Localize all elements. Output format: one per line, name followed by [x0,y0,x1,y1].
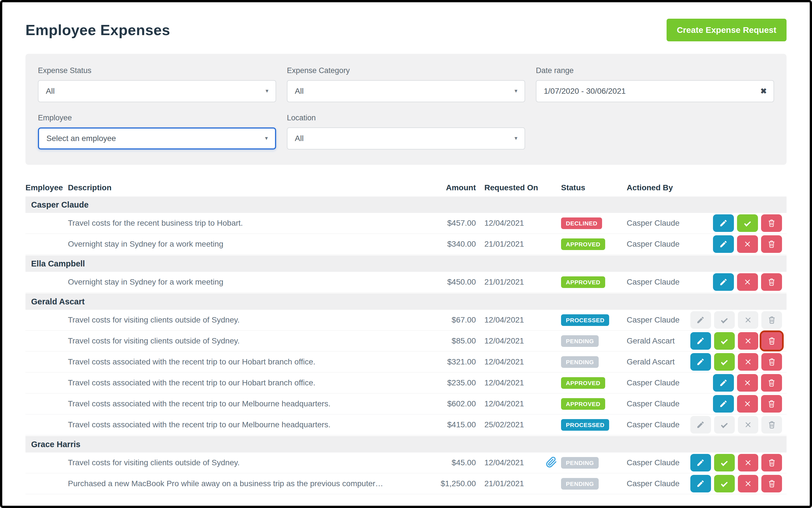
approve-button[interactable] [737,214,758,232]
expense-category-select[interactable]: All ▼ [287,80,525,102]
x-icon [743,278,752,286]
delete-button[interactable] [761,235,782,253]
row-actions [690,475,786,493]
trash-icon [767,240,776,248]
approve-button[interactable] [714,454,735,471]
expense-description: Travel costs associated with the recent … [68,420,394,429]
status-badge: PENDING [561,478,599,490]
actioned-by: Casper Claude [618,315,690,325]
delete-button [761,416,782,433]
chevron-down-icon: ▼ [514,136,518,141]
expense-amount: $45.00 [394,458,479,467]
expense-row: Overnight stay in Sydney for a work meet… [26,272,786,293]
status-cell: DECLINED [545,217,618,229]
row-actions [690,214,786,232]
expense-status-select[interactable]: All ▼ [38,80,276,102]
expenses-table: Employee Description Amount Requested On… [26,179,786,495]
pencil-icon [696,316,705,324]
chevron-down-icon: ▼ [514,88,518,94]
pencil-icon [719,240,728,248]
actioned-by: Casper Claude [618,278,690,287]
status-badge: APPROVED [561,377,605,389]
employee-expenses-page: Employee Expenses Create Expense Request… [0,0,812,508]
location-select[interactable]: All ▼ [287,127,525,150]
approve-button[interactable] [714,353,735,371]
check-icon [720,459,728,467]
status-cell: PROCESSED [545,314,618,326]
row-actions [690,374,786,392]
edit-button[interactable] [690,454,711,471]
decline-button[interactable] [737,395,758,413]
pencil-icon [719,399,728,408]
edit-button[interactable] [690,353,711,371]
decline-button[interactable] [738,353,759,371]
decline-button[interactable] [738,475,759,493]
header-amount: Amount [394,183,479,192]
decline-button[interactable] [737,273,758,291]
expense-description: Overnight stay in Sydney for a work meet… [68,240,394,249]
trash-icon [767,399,776,408]
delete-button[interactable] [761,353,782,371]
check-icon [720,479,728,488]
employee-select[interactable]: Select an employee ▼ [38,127,276,150]
actioned-by: Gerald Ascart [618,357,690,367]
decline-button[interactable] [738,454,759,471]
delete-button[interactable] [761,395,782,413]
edit-button[interactable] [690,332,711,350]
approve-button[interactable] [714,332,735,350]
delete-button[interactable] [761,332,782,350]
actioned-by: Casper Claude [618,420,690,429]
clear-date-range-icon[interactable]: ✖ [760,87,767,96]
delete-button [761,311,782,329]
delete-button[interactable] [761,374,782,392]
status-cell: APPROVED [545,398,618,410]
edit-button[interactable] [713,395,734,413]
group-employee-name: Grace Harris [31,440,80,449]
edit-button[interactable] [713,214,734,232]
group-employee-name: Casper Claude [31,200,89,210]
table-header-row: Employee Description Amount Requested On… [26,179,786,196]
employee-group-row: Ella Campbell [26,255,786,272]
requested-on-date: 12/04/2021 [479,315,545,325]
edit-button[interactable] [713,235,734,253]
expense-status-filter: Expense Status All ▼ [38,66,276,102]
expense-description: Travel costs for visiting clients outsid… [68,336,394,345]
pencil-icon [696,479,705,488]
header-employee: Employee [26,183,68,192]
create-expense-request-button[interactable]: Create Expense Request [667,19,786,41]
expense-description: Travel costs associated with the recent … [68,399,394,408]
actioned-by: Casper Claude [618,219,690,228]
expense-description: Travel costs for visiting clients outsid… [68,315,394,325]
edit-button[interactable] [690,475,711,493]
actioned-by: Casper Claude [618,479,690,488]
row-actions [690,273,786,291]
expense-amount: $457.00 [394,219,479,228]
date-range-input[interactable]: 1/07/2020 - 30/06/2021 ✖ [536,80,774,102]
approve-button[interactable] [714,475,735,493]
status-cell: PENDING [545,335,618,347]
edit-button[interactable] [713,374,734,392]
trash-icon [767,278,776,286]
employee-group-row: Grace Harris [26,436,786,453]
edit-button[interactable] [713,273,734,291]
decline-button[interactable] [737,235,758,253]
requested-on-date: 12/04/2021 [479,357,545,367]
expense-amount: $67.00 [394,315,479,325]
requested-on-date: 12/04/2021 [479,399,545,408]
requested-on-date: 12/04/2021 [479,219,545,228]
expense-status-label: Expense Status [38,66,276,75]
decline-button[interactable] [737,374,758,392]
row-actions [690,353,786,371]
paperclip-icon[interactable] [546,457,557,468]
delete-button[interactable] [761,273,782,291]
delete-button[interactable] [761,475,782,493]
x-icon [744,421,752,429]
status-cell: APPROVED [545,277,618,288]
decline-button[interactable] [738,332,759,350]
check-icon [743,219,752,227]
actioned-by: Gerald Ascart [618,336,690,345]
table-body: Casper ClaudeTravel costs for the recent… [26,197,786,495]
delete-button[interactable] [761,214,782,232]
expense-amount: $1,250.00 [394,479,479,488]
delete-button[interactable] [761,454,782,471]
